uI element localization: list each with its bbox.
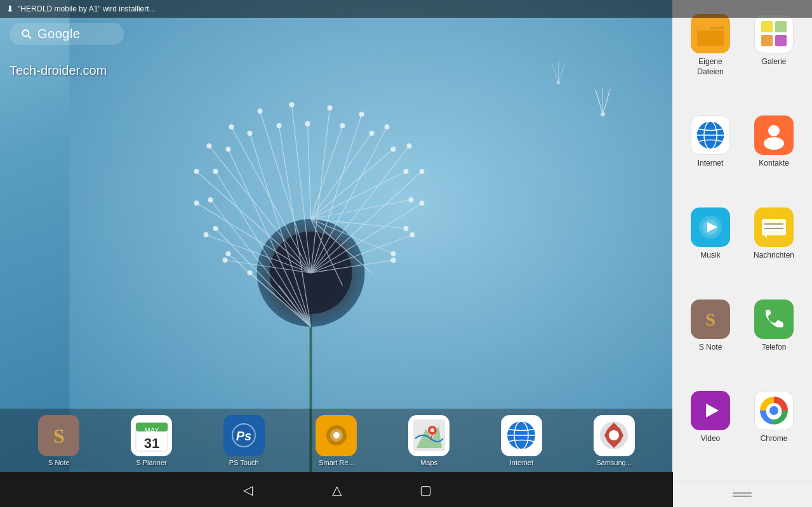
panel-app-icon-s-note-panel: S — [691, 300, 730, 339]
svg-point-67 — [194, 169, 199, 174]
notification-bar: ⬇ "HEROLD mobile by A1" wird installiert… — [0, 0, 812, 18]
svg-point-68 — [194, 201, 199, 206]
panel-app-telefon[interactable]: Telefon — [742, 292, 806, 384]
svg-line-19 — [216, 171, 311, 327]
panel-app-icon-video — [691, 391, 730, 430]
svg-point-57 — [385, 124, 390, 129]
panel-app-label-s-note-panel: S Note — [699, 343, 722, 353]
panel-app-icon-kontakte — [754, 115, 794, 155]
dock-item-samsung[interactable]: Samsung... — [594, 415, 635, 466]
panel-app-internet[interactable]: Internet — [679, 108, 742, 200]
svg-rect-112 — [761, 21, 773, 32]
svg-point-45 — [404, 226, 409, 231]
svg-rect-128 — [762, 219, 786, 235]
svg-point-47 — [248, 270, 253, 275]
svg-point-107 — [609, 430, 619, 440]
svg-rect-133 — [758, 303, 790, 335]
svg-text:S: S — [705, 310, 715, 329]
svg-line-31 — [292, 105, 311, 273]
panel-app-chrome-panel[interactable]: Chrome — [742, 383, 806, 475]
google-search-input[interactable]: Google — [10, 23, 124, 45]
svg-point-56 — [359, 112, 364, 117]
panel-app-label-galerie: Galerie — [762, 57, 787, 67]
panel-app-label-musik: Musik — [700, 251, 720, 261]
panel-app-nachrichten[interactable]: Nachrichten — [742, 200, 806, 292]
svg-point-51 — [213, 169, 218, 174]
svg-line-4 — [308, 124, 311, 219]
dock-item-smart-remote[interactable]: Smart Re... — [316, 415, 357, 466]
svg-point-50 — [208, 197, 213, 202]
search-icon — [20, 27, 34, 41]
svg-line-27 — [311, 171, 422, 273]
svg-line-80 — [559, 63, 565, 82]
svg-line-38 — [225, 260, 311, 273]
navigation-bar: ◁ △ ▢ — [0, 472, 673, 507]
svg-line-18 — [211, 200, 311, 327]
svg-line-37 — [206, 235, 311, 273]
panel-app-galerie[interactable]: Galerie — [742, 6, 806, 108]
dock-label-s-note-dock: S Note — [48, 459, 70, 466]
svg-line-24 — [311, 114, 362, 273]
panel-scroll-indicator[interactable] — [672, 482, 812, 507]
svg-line-28 — [311, 203, 422, 273]
bottom-dock: SS Note MAY 31 S Planner Ps PS Touch Sma… — [0, 409, 673, 472]
watermark-text: Tech-droider.com — [10, 63, 107, 78]
panel-app-icon-galerie — [754, 14, 794, 53]
dock-item-s-note-dock[interactable]: SS Note — [38, 415, 79, 466]
dock-item-ps-touch[interactable]: Ps PS Touch — [223, 415, 265, 466]
panel-app-video[interactable]: Video — [679, 383, 742, 475]
panel-app-label-nachrichten: Nachrichten — [754, 251, 794, 261]
svg-point-63 — [290, 102, 295, 107]
svg-point-59 — [420, 169, 425, 174]
svg-line-17 — [216, 228, 311, 327]
back-button[interactable]: ◁ — [235, 477, 260, 503]
svg-rect-113 — [775, 21, 787, 32]
svg-line-74 — [603, 89, 611, 114]
svg-text:Ps: Ps — [236, 429, 251, 443]
panel-app-label-telefon: Telefon — [762, 343, 787, 353]
svg-line-13 — [311, 219, 343, 286]
svg-line-6 — [311, 133, 372, 219]
google-label: Google — [37, 27, 81, 41]
svg-point-2 — [257, 219, 365, 327]
home-button[interactable]: △ — [324, 477, 349, 503]
svg-point-52 — [226, 147, 231, 152]
svg-rect-114 — [761, 35, 773, 46]
dock-item-internet-dock[interactable]: Internet — [501, 415, 542, 466]
svg-line-78 — [552, 63, 559, 82]
svg-point-55 — [328, 105, 333, 110]
svg-text:MAY: MAY — [144, 426, 159, 434]
svg-line-21 — [250, 133, 311, 327]
dock-label-ps-touch: PS Touch — [229, 459, 259, 466]
svg-rect-115 — [775, 35, 787, 46]
panel-app-label-internet: Internet — [698, 159, 724, 169]
dock-icon-internet-dock — [501, 415, 542, 456]
panel-app-label-chrome-panel: Chrome — [761, 434, 788, 444]
panel-app-kontakte[interactable]: Kontakte — [742, 108, 806, 200]
svg-point-46 — [391, 251, 396, 256]
svg-text:S: S — [53, 425, 65, 447]
dock-label-s-planner: S Planner — [136, 459, 166, 466]
dock-icon-ps-touch: Ps — [223, 415, 265, 456]
svg-line-29 — [311, 235, 413, 273]
svg-line-82 — [28, 36, 31, 39]
svg-point-41 — [369, 131, 375, 136]
panel-app-icon-musik — [691, 207, 730, 247]
svg-line-23 — [311, 108, 330, 273]
panel-app-label-kontakte: Kontakte — [759, 159, 789, 169]
svg-point-48 — [226, 251, 231, 256]
dock-item-maps[interactable]: Maps — [408, 415, 449, 466]
svg-point-71 — [601, 112, 605, 116]
svg-point-60 — [420, 201, 425, 206]
panel-app-musik[interactable]: Musik — [679, 200, 742, 292]
svg-point-58 — [407, 143, 412, 148]
recents-button[interactable]: ▢ — [413, 477, 438, 503]
svg-line-76 — [603, 92, 609, 114]
panel-app-eigene-dateien[interactable]: EigeneDateien — [679, 6, 742, 108]
panel-app-icon-internet — [691, 115, 730, 155]
svg-line-30 — [311, 260, 394, 273]
dock-item-s-planner[interactable]: MAY 31 S Planner — [131, 415, 172, 466]
panel-app-s-note-panel[interactable]: S S Note — [679, 292, 742, 384]
dock-label-maps: Maps — [420, 459, 437, 466]
google-search-bar[interactable]: Google — [10, 23, 124, 45]
